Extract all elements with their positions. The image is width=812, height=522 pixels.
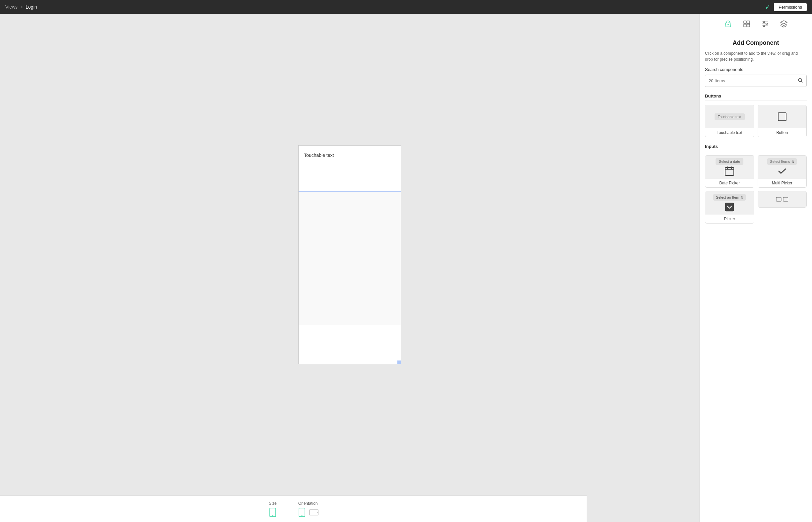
multi-check-icon [777,166,788,176]
touchable-text-name: Touchable text [705,128,754,137]
size-icons [268,508,277,517]
search-label: Search components [705,67,807,72]
svg-point-5 [317,512,318,513]
component-card-picker[interactable]: Select an Item ⇅ Picker [705,191,754,223]
breadcrumb-login: Login [25,4,37,9]
right-panel: Add Component Click on a component to ad… [699,14,812,522]
svg-point-1 [272,515,273,516]
multi-picker-name: Multi Picker [758,179,807,187]
tab-components[interactable] [742,19,752,29]
breadcrumb-views[interactable]: Views [5,4,18,9]
button-name: Button [758,128,807,137]
panel-content: Add Component Click on a component to ad… [700,34,812,522]
category-inputs: Inputs [705,144,807,151]
phone-frame-bottom [299,192,401,325]
svg-rect-26 [776,197,781,201]
bottom-bar: Size Orientation [0,496,587,522]
svg-rect-20 [778,113,786,121]
panel-description: Click on a component to add to the view,… [705,51,807,62]
orientation-section: Orientation [297,501,318,517]
component-card-date-picker[interactable]: Select a date Date Picker [705,155,754,188]
button-preview [758,105,807,128]
portrait-icon[interactable] [297,508,307,517]
component-card-button[interactable]: Button [758,105,807,137]
resize-handle[interactable] [397,361,401,364]
multi-picker-preview-label: Select Items ⇅ [767,158,797,165]
topbar-right: ✓ Permissions [765,3,807,11]
button-preview-icon [777,112,788,122]
svg-point-3 [301,515,303,516]
svg-rect-9 [747,21,750,23]
canvas-area: Touchable text Size Orientat [0,14,699,522]
category-buttons: Buttons [705,94,807,101]
size-section: Size [268,501,277,517]
svg-rect-21 [725,167,734,176]
picker-arrow-icon: ⇅ [741,196,743,199]
picker-name: Picker [705,215,754,223]
phone-frame-top: Touchable text [299,146,401,192]
svg-rect-25 [725,203,734,211]
phone-frame: Touchable text [298,145,401,364]
touchable-text-preview: Touchable text [705,105,754,128]
permissions-button[interactable]: Permissions [774,3,807,11]
picker-dropdown-icon [724,202,735,212]
component-card-multi-picker[interactable]: Select Items ⇅ Multi Picker [758,155,807,188]
tab-add-component[interactable] [723,19,733,29]
date-picker-preview: Select a date [705,156,754,179]
date-picker-name: Date Picker [705,179,754,187]
check-icon: ✓ [765,3,771,11]
panel-tabs [700,14,812,34]
calendar-icon [725,166,734,176]
tab-layers[interactable] [778,19,789,29]
picker-preview: Select an Item ⇅ [705,192,754,215]
size-label: Size [269,501,276,506]
landscape-icon[interactable] [309,508,318,517]
touchable-text-label: Touchable text [304,153,334,158]
svg-rect-4 [310,509,318,515]
component-card-touchable-text[interactable]: Touchable text Touchable text [705,105,754,137]
buttons-grid: Touchable text Touchable text Button [705,105,807,137]
inputs-grid: Select a date Date Picker S [705,155,807,223]
main-layout: Touchable text Size Orientat [0,14,812,522]
picker-preview-label: Select an Item ⇅ [713,194,746,201]
orientation-icons [297,508,318,517]
svg-point-7 [728,22,728,23]
date-picker-preview-label: Select a date [715,158,743,165]
svg-point-16 [766,23,767,25]
component-card-partial[interactable] [758,191,807,207]
phone-size-active-icon[interactable] [268,508,277,517]
breadcrumb: Views > Login [5,4,37,9]
partial-preview [758,192,807,207]
svg-rect-8 [744,21,746,23]
touchable-text-preview-label: Touchable text [714,114,745,120]
tab-settings[interactable] [760,19,771,29]
select-arrow-icon: ⇅ [791,160,794,163]
search-box [705,75,807,87]
svg-point-17 [763,25,765,27]
svg-point-15 [763,21,765,23]
svg-rect-10 [744,24,746,27]
svg-rect-27 [783,197,788,201]
search-input[interactable] [705,76,794,86]
svg-rect-11 [747,24,750,27]
topbar: Views > Login ✓ Permissions [0,0,812,14]
search-button[interactable] [794,75,806,86]
breadcrumb-separator: > [20,4,23,9]
orientation-label: Orientation [298,501,318,506]
svg-line-19 [801,81,803,83]
panel-title: Add Component [705,39,807,46]
multi-picker-preview: Select Items ⇅ [758,156,807,179]
